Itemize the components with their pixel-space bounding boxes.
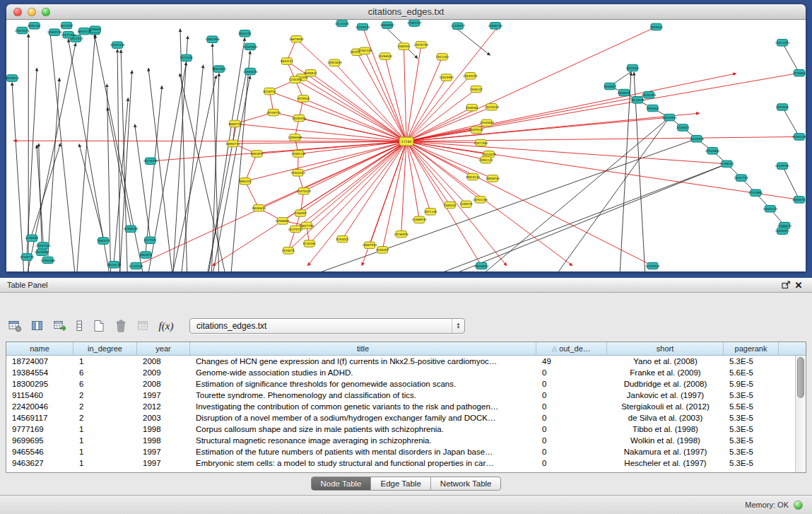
column-header-pagerank[interactable]: pagerank [724, 342, 779, 355]
svg-text:2693539: 2693539 [776, 105, 789, 109]
column-header-filler [779, 342, 806, 355]
cell-short: Nakamura et al. (1997) [607, 448, 724, 456]
tab-edge-table[interactable]: Edge Table [371, 477, 430, 490]
table-row[interactable]: 1830029562008Estimation of significance … [6, 378, 795, 390]
table-row[interactable]: 1872400712008Changes of HCN gene express… [6, 356, 795, 367]
cell-name: 9465546 [6, 448, 73, 456]
cell-pagerank: 5.3E-5 [724, 459, 779, 467]
cell-short: Hescheler et al. (1997) [607, 459, 724, 467]
svg-text:11358321: 11358321 [719, 162, 734, 165]
svg-text:5473129: 5473129 [180, 56, 193, 59]
column-header-name[interactable]: name [6, 342, 73, 355]
svg-text:22575740: 22575740 [414, 43, 429, 47]
svg-text:23291609: 23291609 [642, 93, 657, 97]
scrollbar-thumb[interactable] [797, 357, 804, 398]
svg-text:3217435: 3217435 [143, 238, 156, 242]
cell-title: Investigating the contribution of common… [190, 402, 536, 411]
svg-text:4380543: 4380543 [397, 45, 410, 48]
tab-network-table[interactable]: Network Table [431, 477, 501, 490]
row-height-icon[interactable] [73, 317, 85, 334]
column-header-year[interactable]: year [137, 342, 190, 355]
svg-text:27019892: 27019892 [748, 191, 763, 194]
svg-text:14503839: 14503839 [327, 61, 342, 64]
export-table-icon[interactable] [51, 317, 69, 334]
table-row[interactable]: 1456911722003Disruption of a novel membe… [6, 412, 795, 424]
svg-text:13611453: 13611453 [775, 41, 790, 45]
table-row[interactable]: 1938455462009Genome-wide association stu… [6, 367, 795, 378]
svg-text:8669721: 8669721 [228, 122, 241, 126]
svg-text:5658523: 5658523 [305, 71, 317, 75]
cell-in_degree: 1 [73, 459, 137, 467]
network-view-frame: citations_edges.txt 55621767931670236124… [0, 0, 812, 278]
svg-text:4538275: 4538275 [282, 249, 295, 252]
svg-text:2651853: 2651853 [626, 66, 639, 70]
cell-year: 2008 [137, 380, 190, 388]
svg-text:23880780: 23880780 [488, 24, 503, 28]
table-row[interactable]: 946554611997Estimation of the future num… [6, 446, 795, 457]
svg-text:1946147: 1946147 [470, 88, 483, 91]
svg-text:2046057: 2046057 [376, 248, 389, 252]
svg-text:24488045: 24488045 [124, 227, 139, 230]
svg-text:3650434: 3650434 [239, 180, 252, 183]
table-tabs: Node TableEdge TableNetwork Table [311, 477, 502, 491]
table-row[interactable]: 946362711997Embryonic stem cells: a mode… [6, 457, 795, 469]
svg-text:1575539: 1575539 [297, 97, 310, 100]
svg-text:5562176: 5562176 [239, 32, 252, 35]
delete-columns-icon[interactable] [112, 317, 130, 334]
cell-name: 18300295 [6, 380, 73, 388]
function-builder-icon[interactable]: f(x) [157, 317, 175, 334]
float-panel-icon[interactable] [779, 279, 792, 291]
cell-title: Estimation of significance thresholds fo… [190, 380, 536, 388]
cell-name: 9699695 [6, 436, 73, 445]
table-row[interactable]: 911546021997Tourette syndrome. Phenomeno… [6, 390, 795, 401]
close-window-button[interactable] [13, 8, 22, 16]
table-row[interactable]: 969969511998Structural magnetic resonanc… [6, 435, 795, 446]
svg-text:19021715: 19021715 [734, 176, 749, 180]
cell-short: Wolkin et al. (1998) [607, 436, 724, 445]
cell-short: Dudbridge et al. (2008) [607, 380, 724, 388]
svg-text:6848833: 6848833 [618, 91, 630, 95]
show-columns-icon[interactable] [28, 317, 47, 334]
svg-text:3984674: 3984674 [139, 253, 152, 257]
minimize-window-button[interactable] [28, 8, 36, 16]
svg-text:18869562: 18869562 [380, 23, 395, 27]
table-vertical-scrollbar[interactable] [795, 356, 806, 472]
cell-pagerank: 5.3E-5 [724, 425, 779, 433]
svg-text:14165170: 14165170 [20, 255, 35, 259]
cell-pagerank: 5.3E-5 [724, 436, 779, 445]
network-graph[interactable]: 5562176793167023612434231878251987661219… [6, 20, 806, 271]
table-panel-header: Table Panel ✕ [0, 278, 812, 293]
new-column-icon[interactable] [89, 317, 107, 334]
zoom-window-button[interactable] [42, 8, 50, 16]
column-header-in_degree[interactable]: in_degree [73, 342, 137, 355]
svg-text:2521183: 2521183 [436, 55, 449, 59]
svg-text:17240: 17240 [401, 140, 411, 144]
svg-text:26679935: 26679935 [289, 37, 304, 41]
table-row[interactable]: 977716911998Corpus callosum shape and si… [6, 424, 795, 435]
svg-text:13556967: 13556967 [288, 136, 302, 139]
svg-text:6238710: 6238710 [264, 90, 276, 93]
column-header-out_degree[interactable]: △out_de… [536, 342, 607, 355]
network-canvas[interactable]: 5562176793167023612434231878251987661219… [6, 20, 806, 271]
svg-text:11124125: 11124125 [129, 264, 143, 268]
column-header-title[interactable]: title [190, 342, 536, 355]
close-panel-icon[interactable]: ✕ [792, 279, 805, 291]
network-table-selector[interactable]: citations_edges.txt ▲▼ [189, 318, 465, 334]
tab-node-table[interactable]: Node Table [312, 477, 372, 490]
cell-year: 1998 [137, 425, 190, 433]
table-mode-icon[interactable] [6, 317, 24, 334]
network-table-selector-value: citations_edges.txt [196, 321, 452, 331]
cell-name: 18724007 [6, 357, 73, 366]
import-table-icon[interactable] [134, 317, 153, 334]
svg-text:14244029: 14244029 [485, 105, 500, 109]
network-window-titlebar[interactable]: citations_edges.txt [6, 4, 806, 20]
network-window-title: citations_edges.txt [368, 6, 445, 17]
svg-text:19523823: 19523823 [212, 67, 227, 71]
cell-name: 9463627 [6, 459, 73, 467]
memory-status-label: Memory: OK [745, 501, 789, 509]
column-header-short[interactable]: short [607, 342, 724, 355]
memory-status-icon [794, 501, 803, 510]
cell-pagerank: 5.9E-5 [724, 380, 779, 388]
table-row[interactable]: 2242004622012Investigating the contribut… [6, 401, 795, 412]
svg-text:18110192: 18110192 [630, 98, 645, 102]
